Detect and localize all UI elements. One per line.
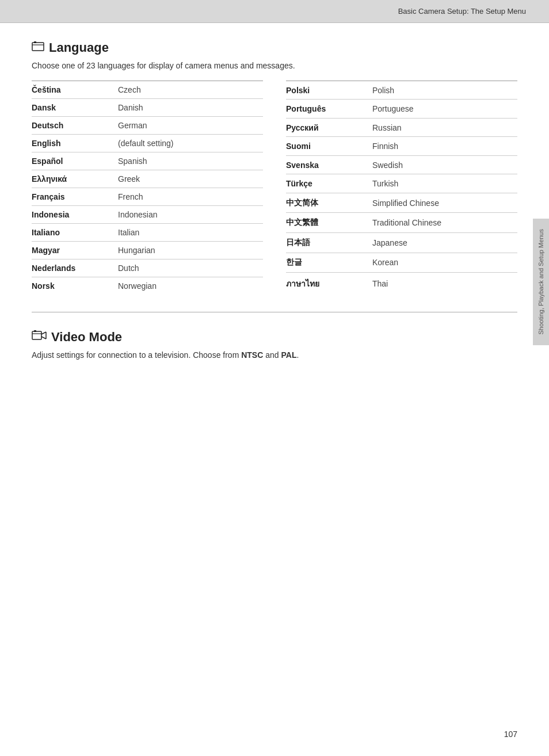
- table-row: 日本語 Japanese: [286, 233, 517, 253]
- table-row: Magyar Hungarian: [32, 242, 263, 259]
- language-section-title: Language: [32, 40, 517, 55]
- english-lang: Italian: [112, 224, 263, 242]
- svg-line-7: [41, 337, 46, 339]
- native-lang: Italiano: [32, 224, 112, 242]
- video-title-text: Video Mode: [51, 330, 122, 345]
- english-lang: Traditional Chinese: [367, 213, 517, 233]
- language-icon: [32, 41, 44, 55]
- language-tables: Čeština Czech Dansk Danish Deutsch Germa…: [32, 81, 517, 295]
- native-lang: Polski: [286, 81, 367, 100]
- native-lang: Suomi: [286, 137, 367, 155]
- video-pal: PAL: [281, 350, 296, 360]
- english-lang: Simplified Chinese: [367, 193, 517, 213]
- video-intro-text: Adjust settings for connection to a tele…: [32, 350, 241, 360]
- native-lang: Nederlands: [32, 259, 112, 277]
- english-lang: Spanish: [112, 152, 263, 170]
- table-row: Ελληνικά Greek: [32, 170, 263, 188]
- english-lang: Czech: [112, 81, 263, 99]
- english-lang: Danish: [112, 99, 263, 117]
- language-title-text: Language: [49, 40, 109, 55]
- page-content: Language Choose one of 23 languages for …: [0, 23, 549, 377]
- language-intro: Choose one of 23 languages for display o…: [32, 61, 517, 70]
- video-svg-icon: [32, 330, 47, 341]
- english-lang: Russian: [367, 118, 517, 136]
- english-lang: Portuguese: [367, 100, 517, 118]
- table-row: Español Spanish: [32, 152, 263, 170]
- english-lang: Greek: [112, 170, 263, 188]
- svg-rect-0: [32, 43, 44, 51]
- table-row: Deutsch German: [32, 117, 263, 135]
- section-divider: [32, 312, 517, 312]
- video-ntsc: NTSC: [241, 350, 263, 360]
- language-left-table: Čeština Czech Dansk Danish Deutsch Germa…: [32, 81, 263, 295]
- english-lang: Indonesian: [112, 206, 263, 224]
- native-lang: Magyar: [32, 242, 112, 259]
- table-row: Norsk Norwegian: [32, 277, 263, 295]
- table-row: Svenska Swedish: [286, 155, 517, 174]
- table-row: Polski Polish: [286, 81, 517, 100]
- svg-rect-5: [34, 330, 36, 332]
- english-lang: French: [112, 188, 263, 206]
- table-row: Dansk Danish: [32, 99, 263, 117]
- native-lang: Français: [32, 188, 112, 206]
- language-svg-icon: [32, 41, 44, 52]
- english-lang: Hungarian: [112, 242, 263, 259]
- table-row: Français French: [32, 188, 263, 206]
- english-lang: Thai: [367, 273, 517, 295]
- english-lang: Swedish: [367, 155, 517, 174]
- table-row: Português Portuguese: [286, 100, 517, 118]
- video-icon: [32, 330, 47, 345]
- table-row: 中文简体 Simplified Chinese: [286, 193, 517, 213]
- native-lang: 한글: [286, 253, 367, 273]
- native-lang: ภาษาไทย: [286, 273, 367, 295]
- native-lang: 中文简体: [286, 193, 367, 213]
- table-row: English (default setting): [32, 135, 263, 152]
- native-lang: Dansk: [32, 99, 112, 117]
- sidebar-tab-label: Shooting, Playback and Setup Menus: [537, 229, 544, 334]
- english-lang: Turkish: [367, 174, 517, 193]
- table-row: Čeština Czech: [32, 81, 263, 99]
- table-row: Türkçe Turkish: [286, 174, 517, 193]
- native-lang: Deutsch: [32, 117, 112, 135]
- native-lang: 日本語: [286, 233, 367, 253]
- language-right-table: Polski Polish Português Portuguese Русск…: [286, 81, 517, 295]
- sidebar-tab: Shooting, Playback and Setup Menus: [533, 219, 549, 345]
- table-row: ภาษาไทย Thai: [286, 273, 517, 295]
- native-lang: Português: [286, 100, 367, 118]
- table-row: Indonesia Indonesian: [32, 206, 263, 224]
- page-header: Basic Camera Setup: The Setup Menu: [0, 0, 549, 23]
- english-lang: German: [112, 117, 263, 135]
- english-lang: (default setting): [112, 135, 263, 152]
- english-lang: Polish: [367, 81, 517, 100]
- table-row: Italiano Italian: [32, 224, 263, 242]
- table-row: Русский Russian: [286, 118, 517, 136]
- page-number: 107: [504, 730, 517, 739]
- native-lang: Čeština: [32, 81, 112, 99]
- native-lang: Norsk: [32, 277, 112, 295]
- english-lang: Norwegian: [112, 277, 263, 295]
- header-title: Basic Camera Setup: The Setup Menu: [398, 7, 526, 16]
- svg-rect-3: [32, 331, 41, 339]
- table-row: 中文繁體 Traditional Chinese: [286, 213, 517, 233]
- native-lang: Türkçe: [286, 174, 367, 193]
- video-and: and: [263, 350, 281, 360]
- svg-line-6: [41, 332, 46, 334]
- svg-rect-2: [34, 41, 36, 43]
- native-lang: Русский: [286, 118, 367, 136]
- native-lang: Svenska: [286, 155, 367, 174]
- video-end: .: [296, 350, 299, 360]
- video-intro: Adjust settings for connection to a tele…: [32, 350, 517, 360]
- english-lang: Finnish: [367, 137, 517, 155]
- english-lang: Dutch: [112, 259, 263, 277]
- table-row: Suomi Finnish: [286, 137, 517, 155]
- native-lang: Español: [32, 152, 112, 170]
- table-row: Nederlands Dutch: [32, 259, 263, 277]
- english-lang: Korean: [367, 253, 517, 273]
- native-lang: English: [32, 135, 112, 152]
- video-section-title: Video Mode: [32, 330, 517, 345]
- table-row: 한글 Korean: [286, 253, 517, 273]
- native-lang: Indonesia: [32, 206, 112, 224]
- native-lang: 中文繁體: [286, 213, 367, 233]
- english-lang: Japanese: [367, 233, 517, 253]
- native-lang: Ελληνικά: [32, 170, 112, 188]
